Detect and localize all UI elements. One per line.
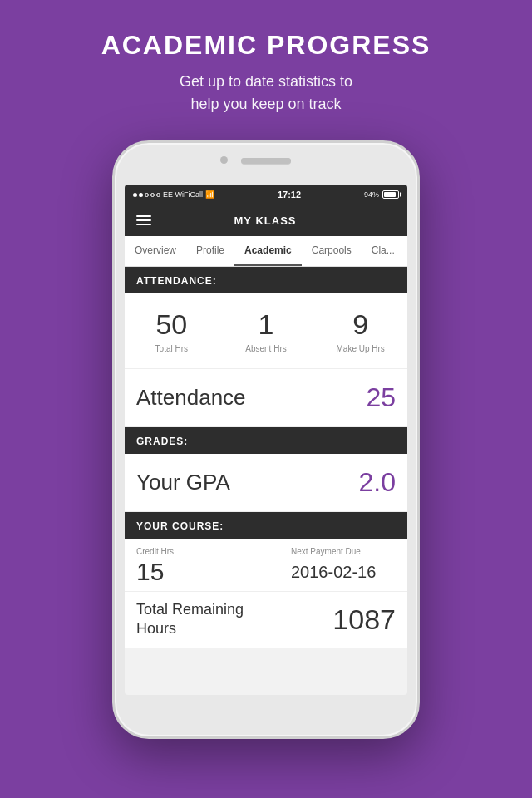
phone-speaker: [241, 158, 291, 164]
gpa-row: Your GPA 2.0: [125, 454, 407, 512]
next-payment-col: Next Payment Due 2016-02-16: [291, 547, 396, 586]
tab-academic[interactable]: Academic: [234, 236, 302, 266]
credit-hrs-value: 15: [136, 558, 241, 586]
remaining-row: Total RemainingHours 1087: [125, 591, 407, 648]
carrier-label: EE WiFiCall: [163, 190, 203, 199]
remaining-title: Total RemainingHours: [136, 600, 244, 639]
attendance-stats-row: 50 Total Hrs 1 Absent Hrs 9 Make Up Hrs: [125, 293, 407, 369]
signal-dot-1: [133, 193, 137, 197]
tab-profile[interactable]: Profile: [186, 236, 234, 266]
tab-overview[interactable]: Overview: [125, 236, 186, 266]
hamburger-menu[interactable]: [136, 215, 151, 225]
nav-bar: MY KLASS: [125, 204, 407, 236]
tabs-bar: Overview Profile Academic Carpools Cla..…: [125, 236, 407, 267]
next-payment-value: 2016-02-16: [291, 558, 396, 582]
attendance-header-text: ATTENDANCE:: [136, 275, 217, 287]
tab-class[interactable]: Cla...: [362, 236, 405, 266]
credit-hrs-label: Credit Hrs: [136, 547, 241, 556]
nav-title: MY KLASS: [151, 214, 379, 227]
hamburger-line-2: [136, 219, 151, 221]
battery-pct: 94%: [364, 190, 379, 199]
gpa-title: Your GPA: [136, 470, 230, 495]
battery-fill: [384, 192, 396, 197]
course-header-text: YOUR COURSE:: [136, 520, 224, 532]
hamburger-line-1: [136, 215, 151, 217]
wifi-icon: 📶: [205, 190, 214, 199]
status-time: 17:12: [278, 190, 301, 200]
stat-total-hrs: 50 Total Hrs: [125, 293, 219, 368]
status-right: 94%: [364, 190, 399, 199]
stat-total-value: 50: [131, 308, 212, 341]
phone-screen: EE WiFiCall 📶 17:12 94% MY KLASS: [125, 185, 407, 695]
remaining-value: 1087: [332, 603, 396, 636]
main-heading: ACADEMIC PROGRESS: [101, 30, 431, 61]
stat-makeup-label: Make Up Hrs: [320, 344, 401, 353]
course-section-header: YOUR COURSE:: [125, 512, 407, 539]
main-subheading: Get up to date statistics tohelp you kee…: [101, 71, 431, 116]
screen-content: ATTENDANCE: 50 Total Hrs 1 Absent Hrs 9 …: [125, 267, 407, 648]
status-bar: EE WiFiCall 📶 17:12 94%: [125, 185, 407, 204]
phone-frame: EE WiFiCall 📶 17:12 94% MY KLASS: [112, 140, 420, 739]
phone-button-right: [417, 268, 420, 309]
status-left: EE WiFiCall 📶: [133, 190, 214, 199]
grades-section-header: GRADES:: [125, 427, 407, 454]
signal-dot-2: [139, 193, 143, 197]
gpa-value: 2.0: [359, 467, 396, 498]
signal-dots: [133, 193, 160, 197]
course-details: Credit Hrs 15 Next Payment Due 2016-02-1…: [125, 539, 407, 648]
attendance-score-value: 25: [366, 382, 396, 413]
stat-absent-hrs: 1 Absent Hrs: [219, 293, 314, 368]
stat-makeup-value: 9: [320, 308, 401, 341]
phone-button-left: [112, 251, 115, 276]
phone-camera: [220, 156, 228, 164]
stat-absent-value: 1: [226, 308, 307, 341]
stat-total-label: Total Hrs: [131, 344, 212, 353]
phone-button-left2: [112, 284, 115, 309]
tab-carpools[interactable]: Carpools: [302, 236, 362, 266]
attendance-section-header: ATTENDANCE:: [125, 267, 407, 293]
signal-dot-4: [150, 193, 155, 197]
grades-header-text: GRADES:: [136, 436, 188, 447]
next-payment-label: Next Payment Due: [291, 547, 396, 556]
attendance-score-row: Attendance 25: [125, 369, 407, 427]
course-detail-row: Credit Hrs 15 Next Payment Due 2016-02-1…: [125, 539, 407, 589]
hamburger-line-3: [136, 224, 151, 225]
signal-dot-3: [145, 193, 149, 197]
battery-icon: [382, 190, 399, 199]
stat-absent-label: Absent Hrs: [226, 344, 307, 353]
signal-dot-5: [156, 193, 160, 197]
page-header: ACADEMIC PROGRESS Get up to date statist…: [85, 0, 448, 132]
attendance-score-title: Attendance: [136, 385, 246, 411]
credit-hrs-col: Credit Hrs 15: [136, 547, 241, 586]
stat-makeup-hrs: 9 Make Up Hrs: [313, 293, 407, 368]
